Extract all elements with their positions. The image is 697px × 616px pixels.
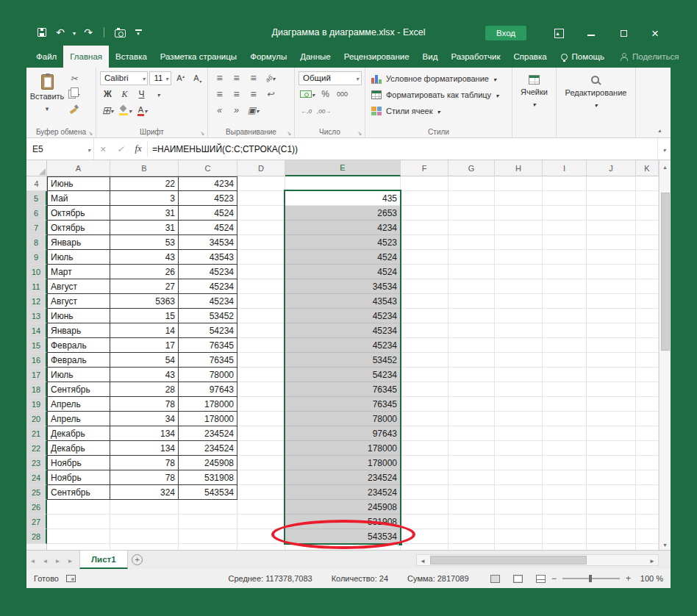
cell[interactable]	[495, 279, 543, 294]
cell[interactable]: 134	[110, 441, 179, 456]
cell[interactable]	[543, 382, 587, 397]
row-header[interactable]: 19	[26, 397, 47, 412]
cell[interactable]: 78000	[285, 412, 401, 426]
cell[interactable]: 4234	[285, 221, 401, 235]
cell[interactable]: 27	[110, 279, 179, 294]
cell[interactable]	[543, 426, 587, 441]
cell[interactable]	[448, 515, 495, 529]
cell[interactable]: 54	[110, 353, 179, 368]
cell[interactable]	[495, 323, 543, 338]
format-painter-button[interactable]	[66, 101, 82, 117]
cell[interactable]	[237, 426, 285, 441]
row-header[interactable]: 17	[26, 368, 47, 382]
cell[interactable]: 54234	[285, 368, 401, 382]
cell[interactable]: 435	[285, 191, 401, 206]
cell[interactable]: Март	[47, 265, 110, 279]
align-middle-button[interactable]	[229, 71, 244, 86]
sheet-tab[interactable]: Лист1	[79, 551, 128, 569]
cell[interactable]	[237, 500, 285, 515]
cell[interactable]	[587, 426, 636, 441]
cell[interactable]	[448, 309, 495, 323]
formula-input[interactable]: =НАИМЕНЬШИЙ(C:C;СТРОКА(C1))	[148, 138, 657, 160]
row-header[interactable]: 9	[26, 250, 47, 265]
help-button[interactable]: Помощь	[554, 46, 612, 68]
cell[interactable]	[636, 470, 659, 485]
cell[interactable]	[237, 382, 285, 397]
cell[interactable]: 34	[110, 412, 179, 426]
cell[interactable]	[448, 500, 495, 515]
column-header[interactable]: F	[401, 160, 448, 176]
cell[interactable]	[448, 250, 495, 265]
cell[interactable]	[543, 500, 587, 515]
cell[interactable]	[237, 206, 285, 221]
cell[interactable]	[401, 382, 448, 397]
cell[interactable]: 43	[110, 368, 179, 382]
cell[interactable]: Июнь	[47, 176, 110, 191]
cell[interactable]	[495, 353, 543, 368]
cell[interactable]: 53	[110, 235, 179, 250]
cell[interactable]	[587, 221, 636, 235]
cell[interactable]	[543, 191, 587, 206]
editing-group-button[interactable]: Редактирование	[561, 74, 632, 110]
cell[interactable]	[495, 309, 543, 323]
horizontal-scroll-thumb[interactable]	[430, 556, 587, 565]
cell[interactable]	[543, 470, 587, 485]
format-as-table-button[interactable]: Форматировать как таблицу	[365, 87, 512, 103]
cell[interactable]: 76345	[179, 338, 237, 353]
cell[interactable]	[495, 221, 543, 235]
undo-dropdown-button[interactable]	[71, 24, 78, 40]
cell[interactable]: Ноябрь	[47, 456, 110, 470]
cell[interactable]: 22	[110, 176, 179, 191]
cell[interactable]	[495, 250, 543, 265]
cell[interactable]	[543, 250, 587, 265]
cell[interactable]	[401, 485, 448, 500]
cell[interactable]	[587, 368, 636, 382]
cell[interactable]: 45234	[179, 294, 237, 309]
cell[interactable]: 28	[110, 382, 179, 397]
cell[interactable]	[543, 206, 587, 221]
cell[interactable]	[237, 485, 285, 500]
decrease-font-button[interactable]: А	[190, 71, 205, 86]
row-header[interactable]: 8	[26, 235, 47, 250]
cell[interactable]: Октябрь	[47, 206, 110, 221]
cell[interactable]	[587, 382, 636, 397]
column-header[interactable]: G	[448, 160, 495, 176]
cell[interactable]	[587, 235, 636, 250]
cell[interactable]	[495, 529, 543, 544]
cell[interactable]: 78000	[179, 368, 237, 382]
cell[interactable]	[543, 515, 587, 529]
cell[interactable]	[448, 529, 495, 544]
zoom-out-button[interactable]: −	[551, 573, 557, 584]
cell[interactable]: 31	[110, 206, 179, 221]
cell[interactable]	[636, 544, 659, 550]
row-header[interactable]: 25	[26, 485, 47, 500]
cell[interactable]	[237, 456, 285, 470]
cell[interactable]	[495, 515, 543, 529]
ribbon-tab[interactable]: Формулы	[243, 46, 293, 68]
cell[interactable]	[237, 265, 285, 279]
cell[interactable]	[401, 470, 448, 485]
font-color-button[interactable]: А	[135, 103, 150, 118]
row-header[interactable]: 23	[26, 456, 47, 470]
column-header[interactable]: E	[285, 160, 401, 176]
cell[interactable]	[636, 265, 659, 279]
cell[interactable]	[237, 544, 285, 550]
cell[interactable]: 2653	[285, 206, 401, 221]
cell[interactable]: 45234	[285, 309, 401, 323]
paste-button[interactable]: Вставить	[30, 71, 64, 127]
cell[interactable]	[448, 412, 495, 426]
cell[interactable]: 78	[110, 397, 179, 412]
cell[interactable]	[448, 191, 495, 206]
conditional-formatting-button[interactable]: Условное форматирование	[365, 71, 512, 87]
cell[interactable]	[495, 206, 543, 221]
cell[interactable]: 43	[110, 250, 179, 265]
comma-style-button[interactable]: 000	[335, 87, 350, 102]
column-header[interactable]: B	[110, 160, 179, 176]
cell[interactable]	[543, 368, 587, 382]
cell[interactable]	[401, 368, 448, 382]
row-header[interactable]: 4	[26, 176, 47, 191]
cell[interactable]	[448, 338, 495, 353]
ribbon-tab[interactable]: Главная	[63, 46, 109, 68]
cell[interactable]	[587, 338, 636, 353]
cell[interactable]: Июнь	[47, 309, 110, 323]
